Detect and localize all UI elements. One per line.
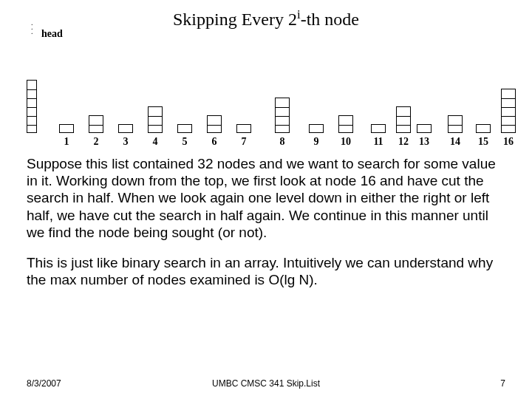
skiplist-node-column [148, 106, 163, 133]
skiplist-node-label: 5 [180, 136, 190, 148]
skiplist-node-column [476, 124, 491, 133]
skiplist-node-column [177, 124, 192, 133]
skiplist-node-column [501, 89, 516, 133]
skiplist-node-label: 14 [447, 136, 463, 148]
skiplist-node-label: 7 [239, 136, 249, 148]
skiplist-node-label: 2 [91, 136, 101, 148]
skiplist-node-column [371, 124, 386, 133]
skiplist-node-label: 6 [209, 136, 219, 148]
skiplist-node-label: 15 [475, 136, 491, 148]
skiplist-node-column [448, 115, 463, 133]
skiplist-node-column [207, 115, 222, 133]
footer-page: 7 [500, 378, 505, 389]
skiplist-node-column [417, 124, 432, 133]
skiplist-diagram: 12345678910111213141516 [22, 38, 510, 149]
body-text: Suppose this list contained 32 nodes and… [27, 155, 505, 301]
title-prefix: Skipping Every 2 [173, 10, 297, 29]
skiplist-node-column [309, 124, 324, 133]
skiplist-node-label: 1 [61, 136, 72, 148]
skiplist-node-column [89, 115, 103, 133]
title-suffix: -th node [301, 10, 359, 29]
skiplist-node-column [275, 98, 290, 133]
head-ellipsis: ... [31, 21, 33, 34]
footer-center: UMBC CMSC 341 Skip.List [27, 378, 505, 389]
skiplist-node-column [118, 124, 133, 133]
skiplist-node-column [338, 115, 353, 133]
paragraph-1: Suppose this list contained 32 nodes and… [27, 155, 505, 241]
skiplist-node-label: 12 [395, 136, 412, 148]
skiplist-node-label: 3 [120, 136, 131, 148]
footer-date: 8/3/2007 [27, 378, 61, 389]
skiplist-head-column [27, 80, 37, 133]
skiplist-node-label: 8 [277, 136, 287, 148]
skiplist-node-column [59, 124, 74, 133]
skiplist-node-label: 10 [338, 136, 354, 148]
skiplist-node-column [396, 106, 411, 133]
slide-footer: 8/3/2007 UMBC CMSC 341 Skip.List 7 [27, 378, 505, 389]
skiplist-node-label: 9 [311, 136, 321, 148]
skiplist-node-label: 16 [500, 136, 516, 148]
skiplist-node-column [236, 124, 251, 133]
paragraph-2: This is just like binary search in an ar… [27, 254, 505, 288]
slide-title: Skipping Every 2i-th node [27, 7, 505, 30]
skiplist-node-label: 13 [416, 136, 432, 148]
skiplist-node-label: 11 [370, 136, 386, 148]
skiplist-node-label: 4 [150, 136, 160, 148]
